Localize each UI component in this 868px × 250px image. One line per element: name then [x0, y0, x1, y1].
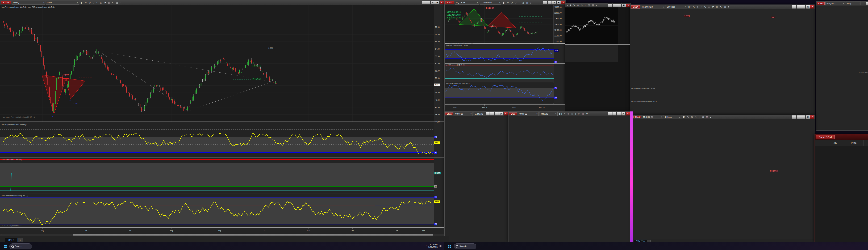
new-tab-button[interactable]: + — [647, 240, 651, 242]
instrument-select[interactable]: NQ 03-23∨ — [518, 112, 539, 116]
draw-icon[interactable]: ✎ — [84, 1, 88, 4]
blank-button[interactable] — [486, 112, 490, 116]
strategies-icon[interactable]: ∿ — [719, 5, 723, 9]
templates-icon[interactable]: ▦ — [115, 1, 119, 4]
close-button[interactable]: × — [504, 112, 508, 116]
superdom-titlebar[interactable]: SuperDOM — [815, 134, 868, 140]
titlebar[interactable]: Chart MNQ 03-23∨ 1 Minute∨ ▮▯✎⊕⊖+▤▥∨ –▣× — [633, 115, 815, 119]
indicators-icon[interactable]: ▥ — [107, 1, 111, 4]
data-box-icon[interactable]: ▤ — [701, 115, 705, 119]
titlebar[interactable]: Chart NQ 03-23∨ 3 Minute∨ ▮▯✎⊕⊖+▤▥∨ –▣× — [508, 112, 630, 116]
titlebar[interactable]: Chart NQ 03-23∨ 15 Minute∨ –▣× — [444, 112, 508, 116]
blank-button[interactable] — [866, 2, 868, 5]
blank-button[interactable] — [426, 1, 430, 4]
more-icon[interactable]: ∨ — [585, 112, 589, 116]
zoom-out-icon[interactable]: ⊖ — [92, 1, 95, 4]
restore-button[interactable]: ▣ — [499, 112, 503, 116]
alerts-icon[interactable]: ⚑ — [103, 1, 107, 4]
system-tray[interactable]: ^ 1:14 PM2/10/2023 2 — [426, 243, 442, 249]
instrument-select[interactable]: NQ 03-23∨ — [454, 112, 473, 116]
instrument-select[interactable]: NQ 03-23∨ — [455, 1, 479, 4]
blank-button[interactable] — [792, 5, 796, 9]
chart-canvas[interactable] — [0, 0, 444, 242]
interval-select[interactable]: 1 Minute∨ — [664, 115, 681, 119]
chart-tab[interactable]: Chart — [445, 1, 454, 4]
titlebar[interactable]: ∨▮✎⊕⊖+▤▥∨ –▣× — [565, 3, 631, 7]
crosshair-icon[interactable]: + — [518, 1, 521, 4]
close-button[interactable]: × — [626, 3, 630, 7]
indicators-icon[interactable]: ▥ — [591, 3, 595, 7]
chart-tab[interactable]: Chart — [633, 116, 641, 118]
close-button[interactable]: × — [561, 1, 565, 4]
data-box-icon[interactable]: ▤ — [707, 5, 711, 9]
chart-style-icon[interactable]: ▮▯ — [682, 115, 686, 119]
clock[interactable]: 1:14 PM2/10/2023 — [428, 243, 437, 249]
zoom-in-icon[interactable]: ⊕ — [510, 1, 514, 4]
templates-icon[interactable]: ▦ — [723, 5, 726, 9]
minimize-button[interactable]: – — [495, 112, 499, 116]
zoom-in-icon[interactable]: ⊕ — [690, 115, 694, 119]
minimize-button[interactable]: – — [617, 112, 621, 116]
alerts-icon[interactable]: ⚑ — [711, 5, 715, 9]
draw-icon[interactable]: ✎ — [686, 115, 690, 119]
search-box[interactable]: Search — [9, 243, 32, 249]
zoom-out-icon[interactable]: ⊖ — [700, 5, 703, 9]
minimize-button[interactable]: – — [431, 1, 435, 4]
new-tab-button[interactable]: + — [18, 238, 23, 242]
tray-chevron-icon[interactable]: ^ — [426, 245, 427, 247]
chart-style-icon[interactable]: ▮▯ — [80, 1, 84, 4]
more-icon[interactable]: ∨ — [595, 3, 598, 7]
draw-icon[interactable]: ✎ — [563, 112, 566, 116]
zoom-in-icon[interactable]: ⊕ — [88, 1, 92, 4]
interval-select[interactable]: 120 Minute∨ — [480, 1, 501, 4]
minimize-button[interactable]: – — [801, 115, 805, 119]
titlebar[interactable]: Chart ONEQ∨ Daily∨ ▮▯✎⊕⊖↖▤⚑▥∿▦≡ –▣× — [0, 0, 444, 5]
data-box-icon[interactable]: ▤ — [521, 1, 524, 4]
zoom-out-icon[interactable]: ⊖ — [570, 112, 574, 116]
more-icon[interactable]: ∨ — [529, 1, 532, 4]
blank-button[interactable] — [608, 3, 612, 7]
instrument-select[interactable]: MNQ 03-23∨ — [641, 5, 665, 9]
scroll-left-arrow[interactable]: ◂ — [1, 234, 1, 236]
crosshair-icon[interactable]: + — [574, 112, 577, 116]
minimize-button[interactable]: – — [552, 1, 556, 4]
start-button[interactable] — [447, 244, 452, 249]
chart-tab[interactable]: Chart — [509, 113, 517, 115]
strategies-icon[interactable]: ∿ — [111, 1, 115, 4]
instrument-select[interactable]: MNQ 03-23∨ — [642, 115, 663, 119]
zoom-in-icon[interactable]: ⊕ — [576, 3, 580, 7]
instrument-select[interactable]: ONEQ∨ — [12, 1, 45, 4]
draw-icon[interactable]: ✎ — [572, 3, 576, 7]
blank-button[interactable] — [543, 1, 547, 4]
chart-style-icon[interactable]: ▮▯ — [688, 5, 692, 9]
titlebar[interactable]: Chart MNQ 03-23∨ 500 Tick∨ ▮▯✎⊕⊖↖▤⚑▥∿▦≡ … — [630, 5, 815, 9]
cursor-icon[interactable]: ↖ — [704, 5, 707, 9]
notification-badge[interactable]: 2 — [439, 245, 442, 247]
data-box-icon[interactable]: ▤ — [587, 3, 591, 7]
zoom-in-icon[interactable]: ⊕ — [696, 5, 700, 9]
superdom-tab[interactable]: SuperDOM — [816, 135, 835, 139]
draw-icon[interactable]: ✎ — [692, 5, 695, 9]
close-button[interactable]: × — [810, 115, 814, 119]
close-button[interactable]: × — [440, 1, 444, 4]
blank-button[interactable] — [422, 1, 426, 4]
search-box[interactable]: Search — [454, 243, 476, 249]
restore-button[interactable]: ▣ — [622, 3, 626, 7]
chart-canvas[interactable] — [565, 3, 631, 116]
blank-button[interactable] — [548, 1, 552, 4]
interval-select[interactable]: 3 Minute∨ — [539, 112, 558, 116]
zoom-out-icon[interactable]: ⊖ — [694, 115, 698, 119]
blank-button[interactable] — [792, 115, 796, 119]
zoom-out-icon[interactable]: ⊖ — [580, 3, 584, 7]
zoom-out-icon[interactable]: ⊖ — [514, 1, 517, 4]
restore-button[interactable]: ▣ — [621, 112, 625, 116]
titlebar[interactable]: Chart NQ 03-23∨ 120 Minute∨ ▮▯✎⊕⊖+▤▥∨ –▣… — [444, 0, 566, 5]
indicators-icon[interactable]: ▥ — [705, 115, 709, 119]
draw-icon[interactable]: ✎ — [506, 1, 510, 4]
restore-button[interactable]: ▣ — [557, 1, 561, 4]
restore-button[interactable]: ▣ — [806, 115, 810, 119]
restore-button[interactable]: ▣ — [435, 1, 439, 4]
minimize-button[interactable]: – — [617, 3, 621, 7]
zoom-in-icon[interactable]: ⊕ — [567, 112, 570, 116]
blank-button[interactable] — [797, 5, 801, 9]
